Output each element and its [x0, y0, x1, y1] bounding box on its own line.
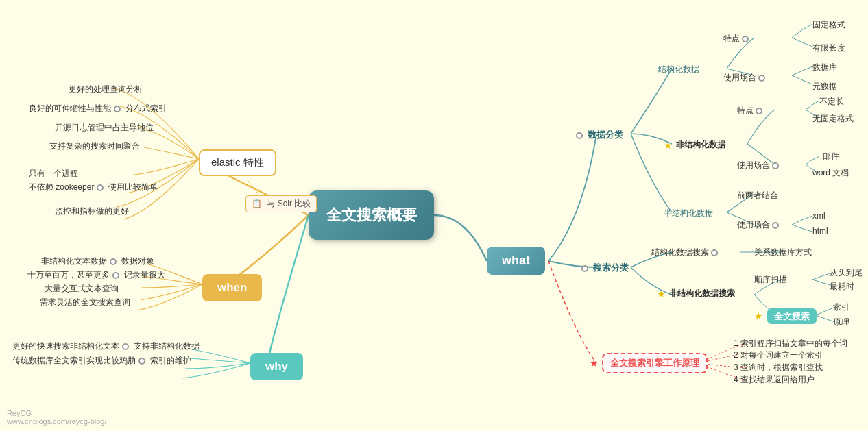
- footer: ReyCG www.cnblogs.com/reycg-blog/: [7, 409, 107, 426]
- elastic-label: elastic 特性: [211, 156, 264, 168]
- principle-2: 2 对每个词建立一个索引: [734, 349, 823, 361]
- when-b1-group: 非结构化文本数据 数据对象: [41, 256, 154, 267]
- search-classification: 搜索分类: [581, 262, 629, 274]
- circle-bullet3: [110, 258, 117, 265]
- solr-label: 与 Solr 比较: [267, 199, 311, 208]
- why-b2: 支持非结构化数据: [134, 341, 200, 352]
- why-b1: 更好的快速搜索非结构化文本: [12, 341, 119, 352]
- circle-bullet7: [576, 132, 583, 139]
- circle-bullet5: [122, 343, 129, 350]
- circle-bullet12: [772, 162, 779, 169]
- better-process: 更好的处理查询分析: [69, 84, 143, 95]
- struct-search-group: 结构化数据搜索: [651, 247, 720, 258]
- why-b3: 传统数据库全文索引实现比较鸡肋: [12, 355, 136, 367]
- data-classification: 数据分类: [576, 129, 623, 141]
- index-reason: 原理: [833, 317, 849, 328]
- circle-bullet2: [97, 184, 104, 191]
- semi-xml: xml: [812, 211, 825, 221]
- struct-u2: 元数据: [812, 81, 837, 93]
- no-zookeeper-label: 不依赖 zookeeper: [29, 182, 94, 193]
- circle-bullet4: [112, 272, 119, 279]
- fulltext-node-box: ★ 全文搜索: [754, 310, 817, 323]
- what-node: what: [487, 247, 545, 275]
- open-source-log: 开源日志管理中占主导地位: [55, 122, 154, 134]
- struct-f1: 固定格式: [812, 19, 845, 31]
- principle-3: 3 查询时，根据索引查找: [734, 362, 823, 373]
- distributed-index: 分布式索引: [125, 103, 167, 114]
- fulltext-principle-node: ★ 全文搜索引擎工作原理: [590, 353, 708, 373]
- unstruct-u1: 邮件: [823, 151, 839, 162]
- no-zookeeper-group: 不依赖 zookeeper 使用比较简单: [29, 182, 158, 193]
- why-b1-group: 更好的快速搜索非结构化文本 支持非结构化数据: [12, 341, 200, 352]
- circle-bullet6: [138, 358, 145, 365]
- unstruct-u2: word 文档: [812, 167, 849, 179]
- semi-combine: 前两者结合: [737, 190, 778, 201]
- fulltext-principle-label: 全文搜索引擎工作原理: [602, 353, 708, 373]
- star-icon2: ★: [657, 288, 666, 299]
- when-b3-group: 十万至百万，甚至更多 记录量很大: [27, 269, 165, 281]
- seq1: 从头到尾: [830, 267, 863, 279]
- unstruct-search-group: ★ 非结构化数据搜索: [657, 288, 735, 299]
- sequential-scan: 顺序扫描: [754, 274, 787, 286]
- why-b4: 索引的维护: [150, 355, 191, 367]
- circle-bullet13: [772, 222, 779, 229]
- circle-bullet9: [742, 36, 749, 42]
- circle-bullet8: [581, 265, 588, 272]
- solr-comparison-node: 📋 与 Solr 比较: [245, 195, 317, 212]
- star-icon3: ★: [754, 310, 763, 321]
- one-process-group: 只有一个进程: [29, 168, 78, 180]
- semi-use-group: 使用场合: [737, 219, 781, 231]
- fulltext-label: 全文搜索: [767, 308, 817, 324]
- struct-search-way: 关系数据库方式: [754, 247, 812, 258]
- circle-bullet14: [711, 249, 718, 256]
- when-b6: 需求灵活的全文搜索查询: [40, 297, 130, 308]
- footer-line2: www.cnblogs.com/reycg-blog/: [7, 417, 107, 426]
- unstruct-data-group: ★ 非结构化数据: [664, 139, 725, 151]
- easy-use-label: 使用比较简单: [108, 182, 158, 193]
- seq2: 最耗时: [830, 281, 854, 293]
- unstruct-use-group: 使用场合: [737, 160, 781, 171]
- struct-use-group: 使用场合: [723, 72, 767, 84]
- scalability-group: 良好的可伸缩性与性能 分布式索引: [29, 103, 167, 114]
- index-label: 索引: [833, 301, 849, 313]
- when-b3: 十万至百万，甚至更多: [27, 269, 110, 281]
- unstruct-feature-group: 特点: [737, 105, 764, 116]
- structured-data: 结构化数据: [658, 64, 699, 75]
- when-node: when: [202, 274, 262, 301]
- monitor-label: 监控和指标做的更好: [55, 206, 129, 217]
- elastic-node: elastic 特性: [199, 149, 276, 176]
- footer-line1: ReyCG: [7, 409, 107, 417]
- when-b5: 大量交互式文本查询: [45, 283, 119, 295]
- when-b4: 记录量很大: [124, 269, 165, 281]
- star-icon: ★: [664, 140, 673, 151]
- unstruct-f2: 无固定格式: [812, 113, 854, 125]
- why-node: why: [250, 353, 303, 380]
- central-node: 全文搜索概要: [309, 190, 434, 240]
- when-b1: 非结构化文本数据: [41, 256, 107, 267]
- circle-bullet10: [758, 75, 765, 82]
- struct-u1: 数据库: [812, 62, 837, 73]
- star-icon4: ★: [590, 358, 599, 369]
- principle-1: 1 索引程序扫描文章中的每个词: [734, 338, 847, 349]
- struct-f2: 有限长度: [812, 42, 845, 54]
- complex-search: 支持复杂的搜索时间聚合: [49, 140, 140, 152]
- struct-feature-group: 特点: [723, 33, 751, 45]
- one-process-label: 只有一个进程: [29, 168, 78, 180]
- unstruct-f1: 不定长: [819, 96, 844, 108]
- why-b3-group: 传统数据库全文索引实现比较鸡肋 索引的维护: [12, 355, 191, 367]
- principle-4: 4 查找结果返回给用户: [734, 374, 815, 386]
- circle-bullet11: [756, 108, 762, 114]
- semi-struct-data: 半结构化数据: [664, 208, 713, 219]
- scalability-label: 良好的可伸缩性与性能: [29, 103, 111, 114]
- semi-html: html: [812, 226, 828, 236]
- circle-bullet: [114, 106, 121, 112]
- when-b2: 数据对象: [121, 256, 154, 267]
